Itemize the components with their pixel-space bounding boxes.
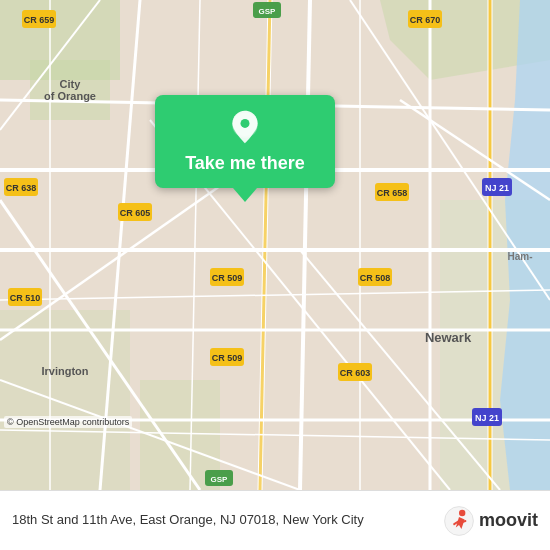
take-me-there-label: Take me there bbox=[185, 153, 305, 174]
svg-text:Newark: Newark bbox=[425, 330, 472, 345]
location-pin-icon bbox=[227, 109, 263, 145]
take-me-there-button[interactable]: Take me there bbox=[155, 95, 335, 188]
svg-text:Irvington: Irvington bbox=[41, 365, 88, 377]
svg-text:GSP: GSP bbox=[211, 475, 229, 484]
svg-text:CR 508: CR 508 bbox=[360, 273, 391, 283]
moovit-logo-text: moovit bbox=[479, 510, 538, 531]
svg-rect-6 bbox=[0, 310, 130, 490]
map-pin-popup[interactable]: Take me there bbox=[155, 95, 335, 202]
svg-text:CR 509: CR 509 bbox=[212, 353, 243, 363]
svg-text:CR 605: CR 605 bbox=[120, 208, 151, 218]
svg-text:CR 509: CR 509 bbox=[212, 273, 243, 283]
svg-text:City: City bbox=[60, 78, 82, 90]
moovit-logo: moovit bbox=[443, 505, 538, 537]
svg-text:CR 670: CR 670 bbox=[410, 15, 441, 25]
svg-text:NJ 21: NJ 21 bbox=[475, 413, 499, 423]
svg-text:CR 659: CR 659 bbox=[24, 15, 55, 25]
svg-text:NJ 21: NJ 21 bbox=[485, 183, 509, 193]
svg-text:CR 603: CR 603 bbox=[340, 368, 371, 378]
svg-text:Ham-: Ham- bbox=[507, 251, 532, 262]
popup-arrow bbox=[233, 188, 257, 202]
osm-attribution: © OpenStreetMap contributors bbox=[4, 416, 132, 428]
svg-point-69 bbox=[459, 509, 465, 515]
footer-address: 18th St and 11th Ave, East Orange, NJ 07… bbox=[12, 512, 443, 529]
svg-text:CR 510: CR 510 bbox=[10, 293, 41, 303]
footer-bar: 18th St and 11th Ave, East Orange, NJ 07… bbox=[0, 490, 550, 550]
svg-text:of Orange: of Orange bbox=[44, 90, 96, 102]
svg-text:CR 658: CR 658 bbox=[377, 188, 408, 198]
svg-text:GSP: GSP bbox=[259, 7, 277, 16]
svg-point-67 bbox=[241, 119, 250, 128]
map-container: CR 659 GSP CR 670 City of Orange CR 638 … bbox=[0, 0, 550, 490]
moovit-brand-icon bbox=[443, 505, 475, 537]
svg-text:CR 638: CR 638 bbox=[6, 183, 37, 193]
